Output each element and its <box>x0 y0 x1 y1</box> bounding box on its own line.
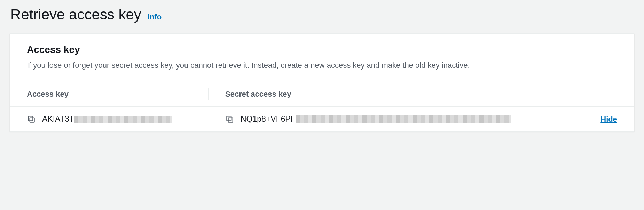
access-key-panel: Access key If you lose or forget your se… <box>10 33 634 132</box>
copy-secret-key-button[interactable] <box>225 115 234 124</box>
svg-rect-1 <box>28 116 33 121</box>
access-key-value: AKIAT3T <box>42 114 172 124</box>
hide-secret-button[interactable]: Hide <box>600 115 617 124</box>
redacted-segment <box>74 116 172 123</box>
info-link[interactable]: Info <box>148 13 162 22</box>
copy-access-key-button[interactable] <box>27 115 36 124</box>
panel-description: If you lose or forget your secret access… <box>27 59 521 71</box>
secret-key-value: NQ1p8+VF6PF <box>241 114 590 124</box>
redacted-segment <box>296 115 511 123</box>
svg-rect-2 <box>228 118 233 122</box>
table-row: AKIAT3T NQ1p8+VF6PF Hide <box>10 107 634 131</box>
column-header-access-key: Access key <box>10 82 209 106</box>
page-title: Retrieve access key <box>10 6 141 23</box>
columns-header: Access key Secret access key <box>10 82 634 107</box>
copy-icon <box>27 115 36 124</box>
column-header-secret-key: Secret access key <box>209 82 634 106</box>
svg-rect-0 <box>30 118 34 122</box>
panel-title: Access key <box>27 44 617 55</box>
svg-rect-3 <box>227 116 231 121</box>
copy-icon <box>225 115 234 124</box>
